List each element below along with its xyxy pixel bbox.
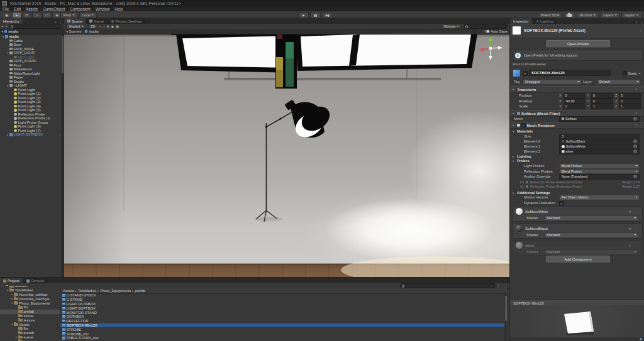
- tab-game[interactable]: Game: [86, 18, 107, 24]
- transform-header[interactable]: ▾ Transform ?⋮: [510, 86, 644, 93]
- material-menu-icon[interactable]: ⚙ ⋮: [628, 244, 639, 247]
- project-scrollbar[interactable]: [504, 293, 507, 341]
- layer-dropdown[interactable]: Default: [597, 79, 641, 85]
- breadcrumb-item[interactable]: TofuMarket ▸: [78, 289, 99, 293]
- scale-y-field[interactable]: 1: [591, 104, 613, 109]
- folder-item[interactable]: texture: [0, 318, 60, 322]
- motion-vectors-dropdown[interactable]: Per Object Motion: [559, 195, 640, 200]
- help-icon[interactable]: ?: [635, 88, 637, 92]
- rotation-x-field[interactable]: -90.00: [564, 99, 586, 104]
- assetbundle-icon[interactable]: [640, 338, 642, 340]
- asset-item[interactable]: C-STAND-STOCK: [60, 293, 504, 298]
- mesh-renderer-header[interactable]: ▾ ✓ Mesh Renderer ?⋮: [510, 122, 644, 129]
- panel-menu-icon[interactable]: ⋮: [502, 284, 508, 288]
- projection-label[interactable]: ◂ Persp: [475, 63, 506, 67]
- static-checkbox[interactable]: [623, 71, 627, 75]
- probes-foldout[interactable]: ▾ Probes: [510, 158, 644, 163]
- dynamic-occlusion-checkbox[interactable]: ✓: [559, 201, 564, 206]
- object-picker-icon[interactable]: [633, 175, 637, 178]
- asset-item[interactable]: STROBE_PU: [60, 332, 504, 336]
- auto-save-toggle[interactable]: Auto Save: [484, 30, 508, 33]
- prefab-mode-header[interactable]: ◂ studio: [0, 29, 64, 35]
- scale-x-field[interactable]: 1: [564, 104, 586, 109]
- menu-item[interactable]: Window: [93, 7, 112, 11]
- asset-item[interactable]: STROBE: [60, 327, 504, 332]
- menu-item[interactable]: Help: [112, 7, 125, 11]
- scale-z-field[interactable]: 1: [619, 104, 641, 109]
- object-picker-icon[interactable]: [633, 139, 637, 143]
- object-picker-icon[interactable]: [633, 144, 637, 148]
- material-block[interactable]: silver ⚙ ⋮ Shader Standard: [512, 241, 643, 256]
- breadcrumb-item[interactable]: prefab: [135, 289, 147, 293]
- folder-item[interactable]: ▸ scene: [0, 335, 60, 340]
- foldout-icon[interactable]: ▾: [513, 124, 516, 127]
- gizmos-dropdown[interactable]: Gizmos: [441, 24, 462, 30]
- reflection-probes-dropdown[interactable]: Blend Probes: [559, 169, 640, 175]
- back-arrow-icon[interactable]: ◂: [1, 30, 3, 33]
- hierarchy-scrollbar[interactable]: [61, 35, 64, 277]
- object-picker-icon[interactable]: [633, 149, 637, 153]
- position-z-field[interactable]: 0: [619, 93, 641, 99]
- tab-scene[interactable]: Scene: [64, 18, 86, 24]
- materials-foldout[interactable]: ▾ Materials: [510, 129, 644, 134]
- create-object-button[interactable]: +: [1, 24, 4, 28]
- ceiling-softbox-right[interactable]: [296, 29, 479, 71]
- lock-icon[interactable]: ▪: [497, 284, 501, 288]
- asset-item[interactable]: LIGHT-SOFTBOX: [60, 306, 504, 310]
- menu-icon[interactable]: ⋮: [639, 88, 642, 92]
- breadcrumb-item[interactable]: Assets ▸: [63, 289, 77, 293]
- tab-project[interactable]: Project: [0, 278, 23, 283]
- project-search-input[interactable]: [400, 283, 496, 288]
- help-icon[interactable]: ?: [635, 112, 637, 116]
- gameobject-name-field[interactable]: SOFTBOX-80x120: [529, 70, 611, 76]
- ceiling-mount[interactable]: [275, 31, 297, 89]
- shader-dropdown[interactable]: Standard: [544, 232, 638, 238]
- asset-item[interactable]: C-STAND: [60, 298, 504, 302]
- material-block[interactable]: SoftboxWhite ⚙ ⋮ Shader Standard: [512, 207, 643, 222]
- back-arrow-icon[interactable]: ◂: [66, 30, 68, 33]
- tab-lighting[interactable]: ☀Lighting: [533, 18, 557, 24]
- scene-visibility-icon[interactable]: ◉: [111, 24, 114, 28]
- open-prefab-button[interactable]: Open Prefab: [546, 40, 610, 48]
- object-picker-icon[interactable]: [633, 117, 637, 121]
- folder-item[interactable]: ▾ Photo_Equipments: [0, 301, 60, 305]
- material-menu-icon[interactable]: ⚙ ⋮: [628, 227, 639, 230]
- light-probes-dropdown[interactable]: Blend Probes: [559, 163, 640, 169]
- asset-item[interactable]: LIGHT-OCTABOX: [60, 302, 504, 306]
- menu-item[interactable]: Edit: [11, 7, 23, 11]
- preview-area[interactable]: [510, 305, 644, 337]
- scene-lighting-toggle-icon[interactable]: ◐: [99, 24, 101, 28]
- breadcrumb-item[interactable]: Photo_Equipments ▸: [100, 289, 134, 293]
- folder-item[interactable]: prefab: [0, 331, 60, 335]
- scene-viewport[interactable]: ◂ Scenes › studio Auto Save: [64, 29, 509, 277]
- scene-render[interactable]: [64, 29, 509, 277]
- hierarchy-item[interactable]: ▸ LIGHT-OCTABOX ›: [0, 133, 61, 137]
- menu-item[interactable]: File: [0, 7, 11, 11]
- tab-project-settings[interactable]: ⚙Project Settings: [108, 18, 145, 24]
- folder-item[interactable]: prefab: [0, 310, 60, 314]
- add-component-button[interactable]: Add Component: [546, 256, 610, 263]
- folder-item[interactable]: fbx: [0, 327, 60, 331]
- hierarchy-search-input[interactable]: [9, 24, 62, 29]
- material-menu-icon[interactable]: ⚙ ⋮: [628, 210, 639, 214]
- menu-item[interactable]: GameObject: [40, 7, 67, 11]
- menu-icon[interactable]: ⋮: [639, 124, 642, 127]
- folder-item[interactable]: scene: [0, 314, 60, 318]
- tab-console[interactable]: Console: [23, 278, 48, 283]
- position-x-field[interactable]: 0: [564, 93, 586, 99]
- asset-item[interactable]: SOFTBOX-80x120: [60, 323, 504, 328]
- folder-item[interactable]: ▾ Studio: [0, 322, 60, 327]
- gizmo-menu-icon[interactable]: ▴: [505, 35, 507, 38]
- toggle-2d-button[interactable]: 2D: [88, 24, 97, 30]
- header-menu-icon[interactable]: ⋮: [639, 28, 642, 32]
- draw-mode-dropdown[interactable]: Shaded: [66, 24, 86, 30]
- scene-orientation-gizmo[interactable]: ▴ ◂ Persp: [475, 36, 506, 68]
- active-checkbox[interactable]: ✓: [523, 71, 528, 76]
- material-block[interactable]: SoftboxBlack ⚙ ⋮ Shader Standard: [512, 224, 643, 239]
- asset-item[interactable]: OCTABOX: [60, 315, 504, 319]
- tab-hierarchy[interactable]: Hierarchy: [0, 18, 23, 24]
- shader-dropdown[interactable]: Standard: [544, 215, 638, 221]
- help-icon[interactable]: ?: [635, 124, 637, 127]
- component-enabled-checkbox[interactable]: ✓: [521, 123, 526, 127]
- scene-search-input[interactable]: [464, 24, 508, 29]
